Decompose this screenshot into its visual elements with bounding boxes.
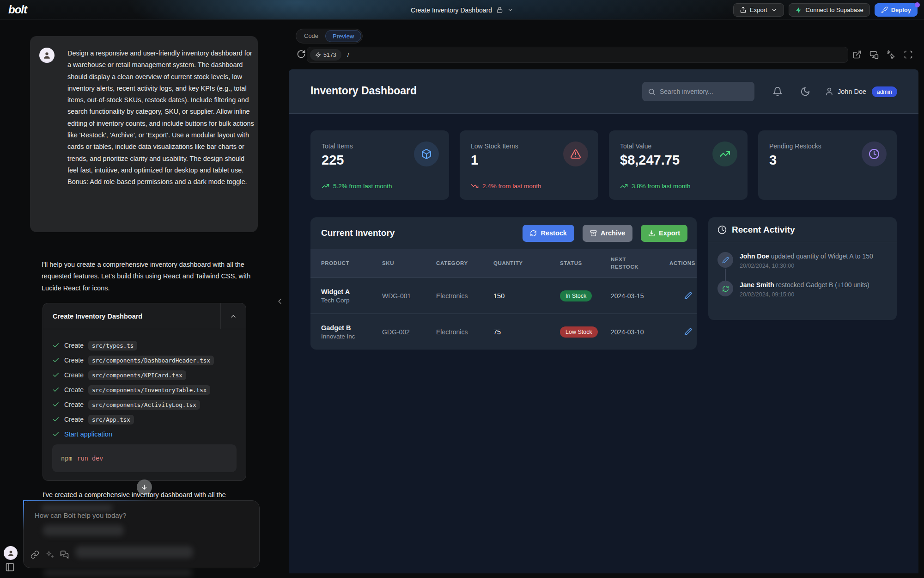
chat-input[interactable]: How can Bolt help you today? xyxy=(23,500,260,568)
account-avatar[interactable] xyxy=(4,546,18,560)
artifact-step[interactable]: Create src/App.tsx xyxy=(52,412,237,427)
table-header-row: Product SKU Category Quantity Status Nex… xyxy=(310,249,697,277)
kpi-label: Low Stock Items xyxy=(471,142,518,150)
quantity-value[interactable]: 150 xyxy=(493,292,560,300)
kpi-value: $8,247.75 xyxy=(620,153,680,168)
zap-icon xyxy=(315,52,321,58)
artifact-step[interactable]: Create src/types.ts xyxy=(52,338,237,353)
blurred-content xyxy=(43,525,124,536)
user-avatar xyxy=(39,48,55,63)
sparkles-icon[interactable] xyxy=(45,550,54,559)
chat-mode-icon[interactable] xyxy=(60,550,69,559)
trending-up-icon xyxy=(620,182,628,190)
trending-down-icon xyxy=(471,182,479,190)
arrow-down-icon xyxy=(141,484,148,491)
archive-button[interactable]: Archive xyxy=(583,225,632,242)
notifications-button[interactable] xyxy=(772,86,783,97)
open-external-icon[interactable] xyxy=(852,50,862,59)
command-binary: npm xyxy=(61,455,72,462)
step-verb: Create xyxy=(64,401,84,408)
upload-icon xyxy=(740,6,747,13)
inspector-pointer-icon[interactable] xyxy=(887,50,896,59)
url-bar[interactable]: 5173 / xyxy=(307,47,848,63)
product-name: Widget A xyxy=(321,288,382,295)
column-actions: Actions xyxy=(669,260,697,266)
file-path: src/components/InventoryTable.tsx xyxy=(88,385,210,395)
user-icon xyxy=(825,87,834,96)
recent-activity-card: Recent Activity John Doe updated quantit… xyxy=(708,217,897,320)
sidebar-toggle-button[interactable] xyxy=(5,562,15,572)
sku-value: GDG-002 xyxy=(382,328,436,336)
supabase-label: Connect to Supabase xyxy=(806,6,863,13)
restock-button[interactable]: Restock xyxy=(523,225,574,242)
kpi-card-total-items: Total Items 225 5.2% from last month xyxy=(310,130,449,200)
trending-up-icon xyxy=(322,182,329,190)
alert-triangle-icon xyxy=(570,148,581,160)
blurred-content xyxy=(41,504,113,512)
connect-supabase-button[interactable]: Connect to Supabase xyxy=(789,3,870,17)
artifact-title: Create Inventory Dashboard xyxy=(43,313,142,320)
fullscreen-icon[interactable] xyxy=(904,50,913,59)
project-title: Create Inventory Dashboard xyxy=(411,6,492,14)
artifact-step[interactable]: Create src/components/DashboardHeader.ts… xyxy=(52,353,237,368)
supplier-name: Tech Corp xyxy=(321,297,382,304)
reload-button[interactable] xyxy=(297,49,306,59)
export-button[interactable]: Export xyxy=(733,3,784,17)
kpi-label: Total Value xyxy=(620,142,651,150)
rocket-icon xyxy=(881,6,888,13)
activity-actor: John Doe xyxy=(740,252,769,260)
export-csv-button[interactable]: Export xyxy=(641,225,687,242)
artifact-step[interactable]: Create src/components/InventoryTable.tsx xyxy=(52,382,237,397)
file-path: src/components/DashboardHeader.tsx xyxy=(88,356,214,365)
dashboard-header: Inventory Dashboard Search inventory... … xyxy=(289,69,918,114)
refresh-icon xyxy=(530,230,537,237)
artifact-step[interactable]: Create src/components/ActivityLog.tsx xyxy=(52,397,237,412)
activity-title: Recent Activity xyxy=(732,225,795,235)
kpi-trend-text: 5.2% from last month xyxy=(333,183,392,190)
package-icon xyxy=(421,148,432,160)
artifact-collapse-button[interactable] xyxy=(220,303,246,329)
responsive-devices-icon[interactable] xyxy=(869,50,879,59)
status-badge: In Stock xyxy=(560,290,592,301)
edit-row-button[interactable] xyxy=(684,292,697,300)
terminal-command: npm run dev xyxy=(52,444,237,472)
file-path: src/App.tsx xyxy=(88,415,134,424)
kpi-card-total-value: Total Value $8,247.75 3.8% from last mon… xyxy=(609,130,748,200)
deploy-button[interactable]: Deploy xyxy=(875,3,918,17)
activity-text: restocked Gadget B (+100 units) xyxy=(774,281,869,289)
tab-preview[interactable]: Preview xyxy=(325,30,361,42)
quantity-value[interactable]: 75 xyxy=(493,328,560,336)
app-preview-frame: Inventory Dashboard Search inventory... … xyxy=(289,69,918,573)
user-message-text: Design a responsive and user-friendly in… xyxy=(67,48,256,188)
dark-mode-toggle[interactable] xyxy=(800,86,810,97)
search-inventory-input[interactable]: Search inventory... xyxy=(642,82,754,101)
kpi-label: Total Items xyxy=(322,142,353,150)
project-title-menu[interactable]: Create Inventory Dashboard xyxy=(411,0,513,20)
column-product: Product xyxy=(321,260,382,266)
bolt-logo[interactable]: bolt xyxy=(8,3,27,16)
search-placeholder: Search inventory... xyxy=(660,88,713,95)
collapse-chat-button[interactable] xyxy=(275,297,284,306)
activity-time: 20/02/2024, 10:30:00 xyxy=(740,263,873,269)
current-inventory-card: Current Inventory Restock Archive Export… xyxy=(310,217,697,350)
tab-code[interactable]: Code xyxy=(297,30,325,42)
column-category: Category xyxy=(436,260,493,266)
archive-icon xyxy=(590,230,597,237)
category-value: Electronics xyxy=(436,292,493,300)
step-verb: Create xyxy=(64,416,84,423)
check-icon xyxy=(52,416,60,423)
edit-row-button[interactable] xyxy=(684,328,697,336)
link-icon[interactable] xyxy=(30,550,39,559)
kpi-label: Pending Restocks xyxy=(769,142,821,150)
start-application-link[interactable]: Start application xyxy=(64,430,112,438)
kpi-trend-text: 2.4% from last month xyxy=(482,183,541,190)
start-application-step[interactable]: Start application xyxy=(52,427,237,442)
code-preview-tabs: Code Preview xyxy=(296,29,363,43)
artifact-step[interactable]: Create src/components/KPICard.tsx xyxy=(52,368,237,382)
dashboard-title: Inventory Dashboard xyxy=(310,85,417,97)
user-menu[interactable] xyxy=(825,87,834,96)
panel-left-icon xyxy=(5,562,15,572)
port-badge[interactable]: 5173 xyxy=(310,49,341,61)
clock-icon xyxy=(717,225,727,234)
moon-icon xyxy=(800,86,810,97)
